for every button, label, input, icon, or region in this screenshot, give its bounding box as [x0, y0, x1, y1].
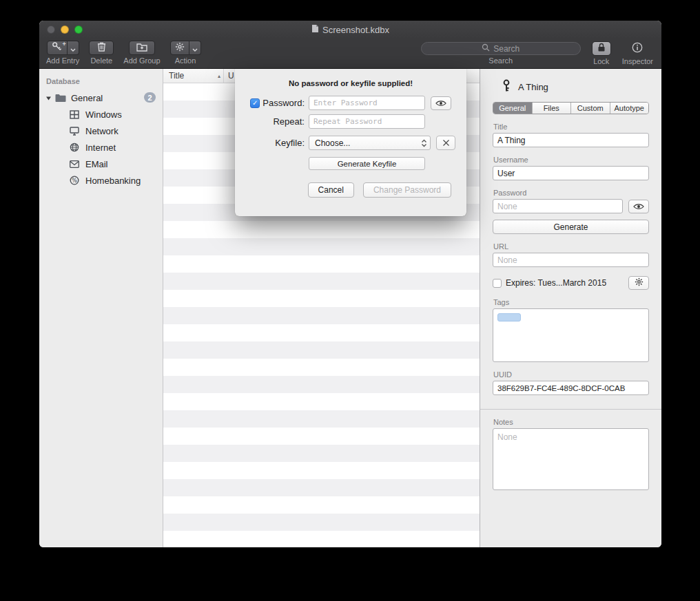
eye-icon [633, 200, 644, 213]
inspector-header: A Thing [493, 69, 649, 95]
expires-settings-button[interactable] [628, 276, 649, 290]
entry-title: A Thing [518, 82, 548, 92]
envelope-icon [69, 160, 80, 168]
keyfile-popup-value: Choose... [315, 138, 350, 148]
dialog-repeat-label: Repeat: [273, 116, 305, 127]
cancel-button[interactable]: Cancel [308, 182, 354, 198]
window-title: Screenshot.kdbx [322, 25, 389, 35]
tab-files[interactable]: Files [533, 103, 572, 114]
clear-keyfile-button[interactable] [436, 136, 455, 150]
svg-text:%: % [72, 178, 77, 184]
gear-icon [175, 42, 185, 54]
traffic-lights [47, 25, 83, 34]
eye-icon [435, 97, 446, 109]
reveal-password-button[interactable] [628, 200, 649, 213]
tab-autotype[interactable]: Autotype [610, 103, 649, 114]
sidebar-item-label: Homebanking [85, 176, 141, 186]
globe-icon [69, 143, 80, 152]
tab-label: General [499, 104, 526, 112]
add-entry-button[interactable]: + [47, 41, 68, 55]
action-label: Action [175, 56, 196, 65]
sidebar-item-label: Internet [85, 143, 116, 153]
key-plus-icon [52, 41, 62, 54]
uuid-label: UUID [493, 370, 649, 379]
search-input[interactable]: Search [421, 42, 581, 55]
username-field[interactable] [493, 166, 649, 180]
disclosure-triangle-icon[interactable] [45, 95, 52, 101]
dialog-reveal-password-button[interactable] [431, 96, 451, 110]
zoom-button[interactable] [74, 25, 83, 34]
close-button[interactable] [47, 25, 55, 34]
title-field[interactable] [493, 133, 649, 147]
generate-password-button[interactable]: Generate [493, 220, 649, 234]
title-bar[interactable]: Screenshot.kdbx [39, 21, 661, 39]
dialog-password-input[interactable] [309, 96, 425, 110]
windows-icon [69, 110, 80, 119]
delete-button[interactable] [89, 41, 114, 55]
checkmark-icon: ✓ [252, 99, 258, 107]
add-entry-dropdown[interactable] [68, 41, 79, 55]
dialog-message: No password or keyfile supplied! [235, 79, 466, 87]
inspector-button[interactable] [629, 41, 646, 56]
password-checkbox[interactable]: ✓ [250, 98, 260, 108]
search-icon [482, 43, 490, 54]
column-username-label: U [228, 71, 234, 81]
minimize-button[interactable] [61, 25, 69, 34]
expires-row: Expires: Tues...March 2015 [493, 276, 649, 290]
sidebar-item-label: Windows [85, 109, 122, 120]
change-password-button[interactable]: Change Password [363, 182, 451, 198]
column-header-username[interactable]: U [224, 71, 234, 81]
dialog-password-label: Password: [262, 98, 305, 108]
notes-field[interactable] [493, 428, 649, 490]
sidebar-item-email[interactable]: EMail [39, 156, 163, 172]
tab-custom[interactable]: Custom [571, 103, 610, 114]
tags-box[interactable] [493, 308, 649, 362]
add-group-button[interactable] [129, 41, 155, 55]
uuid-field[interactable] [493, 381, 649, 395]
stepper-icon [421, 139, 427, 147]
url-field[interactable] [493, 253, 649, 267]
add-group-group: Add Group [123, 41, 160, 65]
chevron-down-icon [192, 42, 198, 54]
dialog-keyfile-label: Keyfile: [275, 138, 305, 148]
tab-label: Autotype [615, 104, 644, 112]
lock-group: Lock [592, 41, 611, 65]
folder-icon [55, 94, 66, 103]
sidebar-group-general[interactable]: General 2 [39, 89, 163, 106]
add-entry-label: Add Entry [46, 56, 79, 65]
generate-keyfile-button[interactable]: Generate Keyfile [309, 157, 425, 170]
dialog-repeat-input[interactable] [309, 114, 425, 129]
tag-pill[interactable] [497, 313, 521, 321]
column-header-title[interactable]: Title ▴ [163, 69, 224, 83]
expires-checkbox[interactable] [493, 279, 502, 288]
lock-button[interactable] [592, 41, 611, 56]
plus-badge: + [62, 41, 65, 48]
trash-icon [97, 41, 106, 54]
tab-general[interactable]: General [493, 103, 533, 114]
percent-coin-icon: % [69, 176, 80, 185]
inspector-group: Inspector [622, 41, 653, 65]
action-dropdown[interactable] [189, 41, 201, 55]
password-dialog: No password or keyfile supplied! ✓ Passw… [235, 69, 466, 216]
search-placeholder: Search [493, 44, 519, 54]
sidebar-item-network[interactable]: Network [39, 123, 163, 139]
sidebar-item-internet[interactable]: Internet [39, 139, 163, 156]
inspector-tabs: General Files Custom Autotype [493, 102, 649, 114]
search-label: Search [488, 56, 513, 65]
action-button[interactable] [170, 41, 189, 55]
network-icon [69, 127, 80, 136]
gear-icon [635, 277, 644, 289]
tab-label: Custom [577, 104, 604, 112]
sidebar-item-windows[interactable]: Windows [39, 106, 163, 123]
sidebar-group-label: General [71, 93, 103, 103]
sidebar-item-label: Network [85, 126, 119, 136]
tags-label: Tags [493, 298, 649, 306]
password-field[interactable] [493, 199, 623, 213]
keyfile-popup[interactable]: Choose... [309, 136, 431, 150]
document-icon [311, 23, 319, 36]
search-group: Search Search [421, 41, 581, 65]
expires-label: Expires: Tues...March 2015 [506, 278, 606, 288]
sidebar-item-homebanking[interactable]: % Homebanking [39, 172, 163, 189]
app-window: Screenshot.kdbx + Add Entry [39, 21, 661, 547]
action-group: Action [170, 41, 201, 65]
